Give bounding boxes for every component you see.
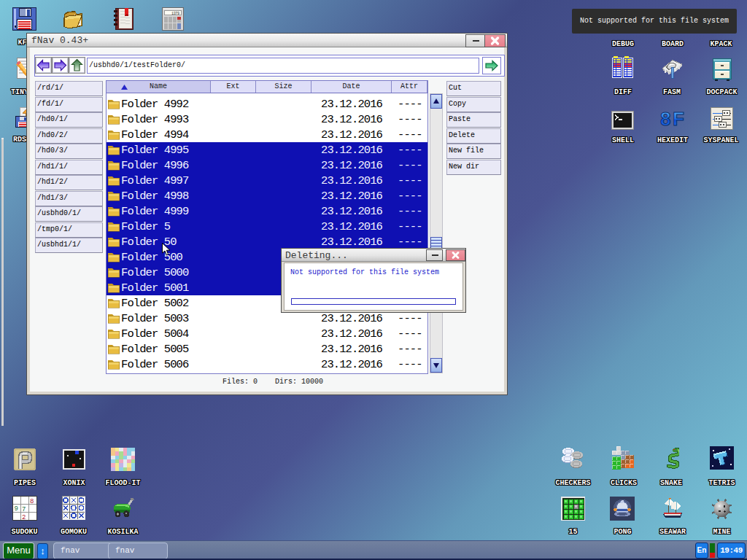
svg-text:7: 7 bbox=[22, 506, 26, 513]
svg-text:9: 9 bbox=[15, 505, 18, 513]
svg-text:8F: 8F bbox=[660, 110, 684, 128]
svg-text:1379: 1379 bbox=[171, 12, 179, 15]
svg-text:2: 2 bbox=[22, 514, 26, 521]
svg-text:8: 8 bbox=[30, 498, 34, 505]
